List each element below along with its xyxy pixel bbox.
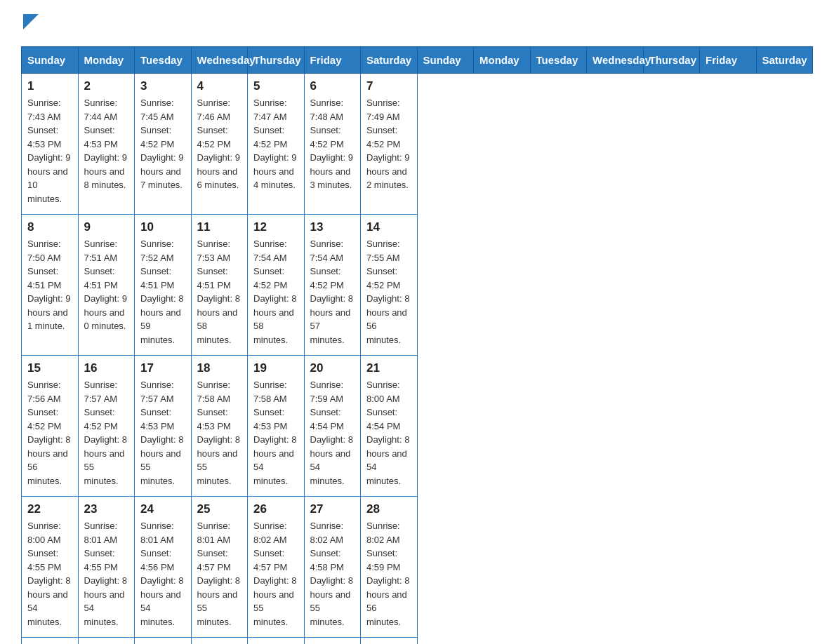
calendar-cell: 30 Sunrise: 8:03 AMSunset: 5:00 PMDaylig… [78,638,135,645]
day-number: 20 [310,361,355,375]
day-header-saturday: Saturday [361,47,418,74]
day-info: Sunrise: 7:51 AMSunset: 4:51 PMDaylight:… [84,237,129,333]
calendar-cell [191,638,248,645]
day-number: 28 [366,502,411,516]
calendar-cell: 18 Sunrise: 7:58 AMSunset: 4:53 PMDaylig… [191,356,248,497]
day-info: Sunrise: 7:44 AMSunset: 4:53 PMDaylight:… [84,96,129,192]
day-info: Sunrise: 8:01 AMSunset: 4:55 PMDaylight:… [84,519,129,629]
calendar-week-2: 8 Sunrise: 7:50 AMSunset: 4:51 PMDayligh… [22,215,813,356]
svg-marker-0 [23,14,39,29]
calendar-cell: 10 Sunrise: 7:52 AMSunset: 4:51 PMDaylig… [135,215,192,356]
day-number: 9 [84,220,129,234]
day-number: 4 [197,79,242,93]
day-number: 15 [27,361,72,375]
day-info: Sunrise: 7:46 AMSunset: 4:52 PMDaylight:… [197,96,242,192]
calendar-cell: 7 Sunrise: 7:49 AMSunset: 4:52 PMDayligh… [361,74,418,215]
day-header-tuesday: Tuesday [135,47,192,74]
day-header-wednesday: Wednesday [191,47,248,74]
day-header-thursday: Thursday [248,47,305,74]
calendar-header-row: SundayMondayTuesdayWednesdayThursdayFrid… [22,47,813,74]
day-info: Sunrise: 8:02 AMSunset: 4:58 PMDaylight:… [310,519,355,629]
calendar-cell: 14 Sunrise: 7:55 AMSunset: 4:52 PMDaylig… [361,215,418,356]
day-info: Sunrise: 7:57 AMSunset: 4:53 PMDaylight:… [140,378,185,488]
day-info: Sunrise: 7:56 AMSunset: 4:52 PMDaylight:… [27,378,72,488]
calendar-cell [248,638,305,645]
calendar-cell: 21 Sunrise: 8:00 AMSunset: 4:54 PMDaylig… [361,356,418,497]
calendar-cell: 19 Sunrise: 7:58 AMSunset: 4:53 PMDaylig… [248,356,305,497]
calendar-cell: 6 Sunrise: 7:48 AMSunset: 4:52 PMDayligh… [304,74,361,215]
logo-arrow-icon [23,14,39,29]
day-header-thursday: Thursday [643,47,700,74]
calendar-cell: 25 Sunrise: 8:01 AMSunset: 4:57 PMDaylig… [191,497,248,638]
day-header-sunday: Sunday [22,47,79,74]
day-info: Sunrise: 7:57 AMSunset: 4:52 PMDaylight:… [84,378,129,488]
day-info: Sunrise: 7:52 AMSunset: 4:51 PMDaylight:… [140,237,185,347]
day-info: Sunrise: 8:01 AMSunset: 4:57 PMDaylight:… [197,519,242,629]
day-info: Sunrise: 7:45 AMSunset: 4:52 PMDaylight:… [140,96,185,192]
day-number: 2 [84,79,129,93]
day-info: Sunrise: 8:00 AMSunset: 4:55 PMDaylight:… [27,519,72,629]
day-number: 14 [366,220,411,234]
calendar-cell: 2 Sunrise: 7:44 AMSunset: 4:53 PMDayligh… [78,74,135,215]
calendar-cell: 27 Sunrise: 8:02 AMSunset: 4:58 PMDaylig… [304,497,361,638]
day-number: 27 [310,502,355,516]
day-info: Sunrise: 7:53 AMSunset: 4:51 PMDaylight:… [197,237,242,347]
day-number: 3 [140,79,185,93]
day-number: 19 [253,361,298,375]
day-number: 7 [366,79,411,93]
calendar-table: SundayMondayTuesdayWednesdayThursdayFrid… [21,46,813,644]
day-header-monday: Monday [78,47,135,74]
day-info: Sunrise: 8:02 AMSunset: 4:57 PMDaylight:… [253,519,298,629]
day-number: 23 [84,502,129,516]
calendar-cell [304,638,361,645]
day-number: 5 [253,79,298,93]
calendar-cell: 12 Sunrise: 7:54 AMSunset: 4:52 PMDaylig… [248,215,305,356]
day-info: Sunrise: 7:50 AMSunset: 4:51 PMDaylight:… [27,237,72,333]
calendar-cell: 22 Sunrise: 8:00 AMSunset: 4:55 PMDaylig… [22,497,79,638]
day-number: 26 [253,502,298,516]
day-header-monday: Monday [474,47,531,74]
day-header-tuesday: Tuesday [530,47,587,74]
calendar-cell: 16 Sunrise: 7:57 AMSunset: 4:52 PMDaylig… [78,356,135,497]
logo [21,14,39,32]
day-number: 17 [140,361,185,375]
day-header-wednesday: Wednesday [587,47,644,74]
calendar-cell: 17 Sunrise: 7:57 AMSunset: 4:53 PMDaylig… [135,356,192,497]
day-number: 1 [27,79,72,93]
day-info: Sunrise: 7:49 AMSunset: 4:52 PMDaylight:… [366,96,411,192]
day-info: Sunrise: 7:58 AMSunset: 4:53 PMDaylight:… [197,378,242,488]
calendar-cell [361,638,418,645]
day-number: 10 [140,220,185,234]
day-number: 16 [84,361,129,375]
calendar-cell: 20 Sunrise: 7:59 AMSunset: 4:54 PMDaylig… [304,356,361,497]
day-info: Sunrise: 7:55 AMSunset: 4:52 PMDaylight:… [366,237,411,347]
day-info: Sunrise: 8:00 AMSunset: 4:54 PMDaylight:… [366,378,411,488]
calendar-cell: 5 Sunrise: 7:47 AMSunset: 4:52 PMDayligh… [248,74,305,215]
calendar-cell: 26 Sunrise: 8:02 AMSunset: 4:57 PMDaylig… [248,497,305,638]
page-header [21,14,813,32]
calendar-cell: 13 Sunrise: 7:54 AMSunset: 4:52 PMDaylig… [304,215,361,356]
calendar-cell: 31 Sunrise: 8:03 AMSunset: 5:01 PMDaylig… [135,638,192,645]
calendar-week-3: 15 Sunrise: 7:56 AMSunset: 4:52 PMDaylig… [22,356,813,497]
day-info: Sunrise: 7:48 AMSunset: 4:52 PMDaylight:… [310,96,355,192]
day-number: 18 [197,361,242,375]
calendar-week-5: 29 Sunrise: 8:02 AMSunset: 4:59 PMDaylig… [22,638,813,645]
day-number: 22 [27,502,72,516]
day-number: 12 [253,220,298,234]
calendar-cell: 24 Sunrise: 8:01 AMSunset: 4:56 PMDaylig… [135,497,192,638]
day-header-friday: Friday [304,47,361,74]
calendar-cell: 28 Sunrise: 8:02 AMSunset: 4:59 PMDaylig… [361,497,418,638]
day-info: Sunrise: 8:02 AMSunset: 4:59 PMDaylight:… [366,519,411,629]
day-number: 21 [366,361,411,375]
day-header-saturday: Saturday [756,47,813,74]
calendar-cell: 15 Sunrise: 7:56 AMSunset: 4:52 PMDaylig… [22,356,79,497]
calendar-cell: 29 Sunrise: 8:02 AMSunset: 4:59 PMDaylig… [22,638,79,645]
day-info: Sunrise: 7:43 AMSunset: 4:53 PMDaylight:… [27,96,72,206]
day-number: 8 [27,220,72,234]
day-info: Sunrise: 7:54 AMSunset: 4:52 PMDaylight:… [253,237,298,347]
calendar-cell: 8 Sunrise: 7:50 AMSunset: 4:51 PMDayligh… [22,215,79,356]
calendar-cell: 9 Sunrise: 7:51 AMSunset: 4:51 PMDayligh… [78,215,135,356]
day-number: 11 [197,220,242,234]
calendar-cell: 1 Sunrise: 7:43 AMSunset: 4:53 PMDayligh… [22,74,79,215]
calendar-week-4: 22 Sunrise: 8:00 AMSunset: 4:55 PMDaylig… [22,497,813,638]
